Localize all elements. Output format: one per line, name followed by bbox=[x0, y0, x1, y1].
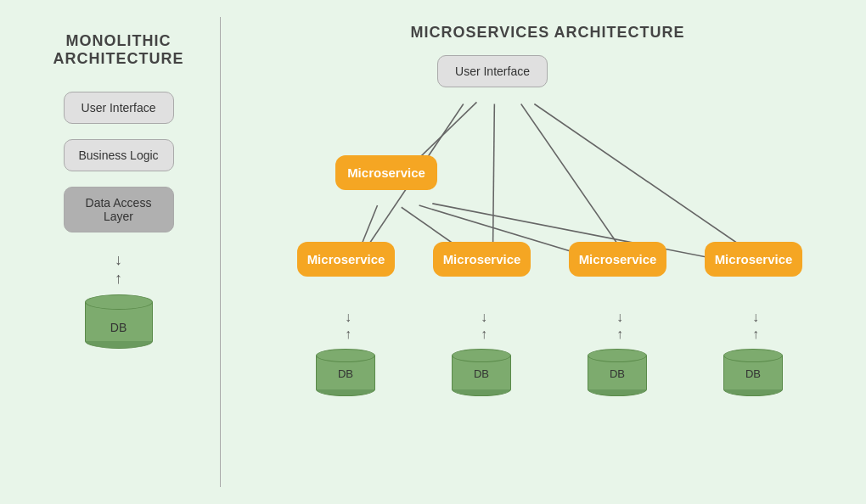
mono-biz-box: Business Logic bbox=[64, 139, 174, 171]
ms-db-1: DB bbox=[316, 349, 375, 396]
db-arrow-1: ↓ ↑ bbox=[331, 308, 365, 343]
main-container: MONOLITHIC ARCHITECTURE User Interface B… bbox=[0, 0, 866, 504]
db-arrow-3: ↓ ↑ bbox=[603, 308, 637, 343]
ms-bottom-2: Microservice bbox=[433, 242, 531, 277]
db-arrow-4: ↓ ↑ bbox=[739, 308, 773, 343]
ms-bottom-4: Microservice bbox=[705, 242, 802, 277]
ms-top-box: Microservice bbox=[335, 155, 437, 190]
microservices-title: MICROSERVICES ARCHITECTURE bbox=[246, 24, 849, 42]
ms-db-2: DB bbox=[452, 349, 511, 396]
mono-db-top bbox=[85, 294, 153, 310]
right-panel: MICROSERVICES ARCHITECTURE bbox=[221, 17, 849, 487]
left-panel: MONOLITHIC ARCHITECTURE User Interface B… bbox=[17, 17, 221, 487]
ms-db-3: DB bbox=[588, 349, 647, 396]
mono-ui-box: User Interface bbox=[64, 92, 174, 124]
ms-bottom-1: Microservice bbox=[297, 242, 395, 277]
ms-diagram: User Interface Microservice Microservice… bbox=[246, 55, 849, 487]
mono-db: DB bbox=[85, 294, 153, 349]
ms-ui-box: User Interface bbox=[437, 55, 548, 87]
ms-bottom-3: Microservice bbox=[569, 242, 666, 277]
mono-dal-box: Data Access Layer bbox=[64, 187, 174, 232]
monolithic-title: MONOLITHIC ARCHITECTURE bbox=[53, 32, 184, 68]
mono-db-arrow: ↓ ↑ bbox=[115, 251, 122, 288]
db-arrow-2: ↓ ↑ bbox=[467, 308, 501, 343]
ms-db-4: DB bbox=[723, 349, 783, 396]
